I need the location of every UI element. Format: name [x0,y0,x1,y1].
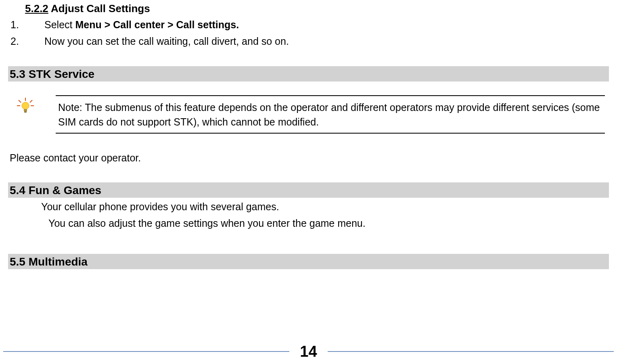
footer-rule-right [328,351,614,352]
lightbulb-tip-icon [11,95,56,117]
list-item: 2. Now you can set the call waiting, cal… [8,35,609,48]
footer-rule-left [3,351,289,352]
page-footer: 14 [0,342,617,361]
body-text: Please contact your operator. [8,152,609,164]
list-item-number: 1. [8,18,44,31]
svg-rect-6 [24,109,27,111]
svg-point-5 [22,102,29,109]
body-text: Your cellular phone provides you with se… [8,199,609,215]
list-item-number: 2. [8,35,44,48]
document-page: 5.2.2 Adjust Call Settings 1. Select Men… [0,2,617,364]
heading-5-4: 5.4 Fun & Games [8,182,609,198]
heading-5-3: 5.3 STK Service [8,66,609,82]
heading-5-2-2-title: Adjust Call Settings [48,2,150,15]
list-item: 1. Select Menu > Call center > Call sett… [8,18,609,31]
heading-5-2-2: 5.2.2 Adjust Call Settings [8,2,609,15]
list-item-text: Now you can set the call waiting, call d… [44,35,609,48]
list-item-prefix: Select [44,19,75,30]
body-text: You can also adjust the game settings wh… [8,216,609,231]
page-number: 14 [293,343,324,360]
svg-line-1 [19,100,21,103]
list-item-text: Select Menu > Call center > Call setting… [44,18,609,31]
note-text: Note: The submenus of this feature depen… [56,95,605,134]
note-block: Note: The submenus of this feature depen… [8,95,609,134]
svg-line-2 [30,100,32,103]
list-item-bold: Menu > Call center > Call settings. [75,19,239,30]
heading-5-2-2-number: 5.2.2 [25,2,48,15]
svg-rect-7 [24,111,27,113]
heading-5-5: 5.5 Multimedia [8,254,609,269]
